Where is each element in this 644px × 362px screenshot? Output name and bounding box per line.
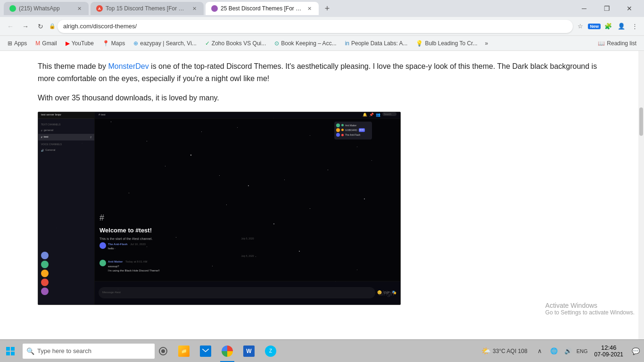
taskbar-language[interactable]: ENG: [576, 340, 589, 362]
discord-welcome-title: Welcome to #test!: [99, 226, 152, 236]
tab-best25-close[interactable]: ✕: [305, 5, 313, 12]
cortana-button[interactable]: [155, 343, 172, 360]
hash-icon-test: #: [41, 135, 42, 139]
close-button[interactable]: ✕: [619, 0, 640, 17]
address-icons: ☆ New 🧩 👤 ⋮: [575, 21, 640, 32]
new-badge: New: [588, 24, 601, 29]
msg2-content: Anti Matter Today at 8:01 AM wassup? I'm…: [108, 260, 396, 273]
lock-icon: 🔒: [49, 23, 56, 29]
bookmark-eazypay[interactable]: ⊕ eazypay | Search, Vi...: [130, 38, 200, 49]
taskbar-search-placeholder: Type here to search: [37, 347, 91, 354]
taskbar-ms-teams[interactable]: Z: [260, 340, 281, 362]
user1-name: Anti Matter: [345, 123, 356, 127]
taskbar-mail[interactable]: [195, 340, 216, 362]
msg2-avatar: [99, 260, 106, 266]
discord-sidebar-header: test server brqw: [38, 112, 94, 119]
activate-windows-overlay: Activate Windows Go to Settings to activ…: [545, 302, 635, 316]
user2-avatar: [336, 128, 340, 132]
msg2-text2: I'm using the Black Hole Discord Theme!!: [108, 269, 396, 273]
tab-top15[interactable]: A Top 15 Discord Themes [For Bett... ✕: [91, 2, 204, 15]
taskbar-chrome[interactable]: [217, 340, 238, 362]
discord-preview-container: .s { position:absolute; background:#fff;…: [38, 112, 401, 305]
back-button[interactable]: ←: [4, 20, 17, 33]
bookmarks-more-button[interactable]: »: [482, 38, 491, 49]
bookmark-youtube[interactable]: ▶ YouTube: [62, 38, 98, 49]
bookmark-peopledata[interactable]: in People Data Labs: A...: [341, 38, 412, 49]
bookmark-zoho[interactable]: ✓ Zoho Books VS Qui...: [201, 38, 270, 49]
taskbar-system-tray: 🌤️ 33°C AQI 108 ∧ 🌐 🔊 ENG 12:46 07-09-20…: [478, 340, 644, 362]
user-panel-item-1: Anti Matter: [336, 123, 370, 127]
bookkeeping-icon: ⊙: [274, 40, 279, 47]
bookmark-gmail[interactable]: M Gmail: [32, 38, 60, 49]
discord-sidebar: test server brqw TEXT CHANNELS # general…: [38, 112, 95, 304]
weather-icon: 🌤️: [481, 346, 491, 355]
reading-list-button[interactable]: 📖 Reading list: [594, 38, 640, 49]
svg-point-1: [161, 349, 165, 353]
cortana-icon: [158, 346, 168, 356]
tab-whatsapp-label: (215) WhatsApp: [19, 5, 60, 12]
bookmark-star-icon[interactable]: ☆: [575, 21, 586, 32]
taskbar-search-box[interactable]: 🔍 Type here to search: [23, 344, 155, 359]
taskbar-word[interactable]: W: [239, 340, 259, 362]
taskbar-notification-icon[interactable]: 💬: [627, 340, 644, 362]
profile-icon[interactable]: 👤: [616, 21, 627, 32]
monsterdev-link[interactable]: MonsterDev: [108, 62, 149, 70]
minimize-button[interactable]: ─: [573, 0, 595, 17]
reading-list-label: Reading list: [607, 40, 636, 47]
taskbar-apps: 📁 W Z: [173, 340, 281, 362]
taskbar-clock[interactable]: 12:46 07-09-2021: [591, 340, 627, 362]
discord-messages: July 5, 2020 The Anti-Flash Jul 10, 2020…: [95, 237, 400, 276]
taskbar-time: 12:46: [601, 344, 617, 351]
bookmark-apps[interactable]: ⊞ Apps: [4, 38, 31, 49]
extensions-icon[interactable]: 🧩: [603, 21, 614, 32]
address-bar: ← → ↻ 🔒 ☆ New 🧩 👤 ⋮: [0, 17, 644, 36]
discord-main-header: # test 🔔 📌 👥 Search: [95, 112, 400, 119]
new-tab-button[interactable]: +: [321, 2, 334, 15]
scrollbar-track[interactable]: [638, 51, 644, 339]
user1-avatar: [336, 123, 340, 127]
tab-best25-label: 25 Best Discord Themes [For Bet...: [221, 5, 303, 12]
tab-best25[interactable]: 25 Best Discord Themes [For Bet... ✕: [206, 2, 319, 15]
bookmark-maps[interactable]: 📍 Maps: [99, 38, 129, 49]
top15-favicon: A: [96, 5, 103, 12]
sidebar-avatar-3: [41, 270, 49, 277]
activate-windows-subtitle: Go to Settings to activate Windows.: [545, 309, 635, 316]
chrome-icon: [222, 346, 233, 357]
discord-message-2: Anti Matter Today at 8:01 AM wassup? I'm…: [99, 260, 396, 273]
bookmark-bulb[interactable]: 💡 Bulb Leading To Cr...: [412, 38, 481, 49]
start-button[interactable]: [0, 340, 21, 362]
refresh-button[interactable]: ↻: [34, 20, 47, 33]
discord-header-icon-pin: 📌: [369, 112, 374, 118]
menu-icon[interactable]: ⋮: [629, 21, 640, 32]
discord-preview-image: .s { position:absolute; background:#fff;…: [38, 112, 401, 305]
file-explorer-icon: 📁: [178, 346, 190, 357]
maximize-button[interactable]: ❐: [596, 0, 618, 17]
forward-button[interactable]: →: [19, 20, 32, 33]
taskbar-network-icon[interactable]: 🌐: [547, 340, 561, 362]
taskbar-volume-icon[interactable]: 🔊: [561, 340, 575, 362]
best25-favicon: [211, 5, 218, 12]
user2-badge: MOD: [359, 128, 365, 132]
user-panel-item-3: The Anti-Flash: [336, 133, 370, 137]
taskbar-file-explorer[interactable]: 📁: [173, 340, 194, 362]
msg2-text: wassup?: [108, 264, 396, 269]
eazypay-icon: ⊕: [133, 40, 138, 47]
zoho-icon: ✓: [205, 40, 210, 47]
scrollbar-thumb[interactable]: [639, 107, 643, 136]
bookmark-bookkeeping[interactable]: ⊙ Book Keeping – Acc...: [271, 38, 340, 49]
discord-voice-channels-label: VOICE CHANNELS: [38, 140, 94, 147]
discord-channel-list: TEXT CHANNELS # general # test 2 VOICE C…: [38, 119, 94, 156]
taskbar-weather-text: 33°C AQI 108: [493, 348, 528, 354]
taskbar-weather[interactable]: 🌤️ 33°C AQI 108: [478, 346, 531, 355]
sidebar-avatar-1: [41, 252, 49, 259]
tab-whatsapp[interactable]: (215) WhatsApp ✕: [4, 2, 89, 15]
tab-whatsapp-close[interactable]: ✕: [75, 5, 83, 12]
mail-icon: [200, 346, 211, 357]
tab-top15-close[interactable]: ✕: [190, 5, 198, 12]
taskbar-chevron-icon[interactable]: ∧: [533, 340, 546, 362]
bookmark-bulb-label: Bulb Leading To Cr...: [425, 40, 477, 47]
gmail-icon: M: [35, 40, 40, 47]
address-input[interactable]: [58, 20, 573, 33]
bookmark-youtube-label: YouTube: [72, 40, 94, 47]
user3-avatar: [336, 133, 340, 137]
